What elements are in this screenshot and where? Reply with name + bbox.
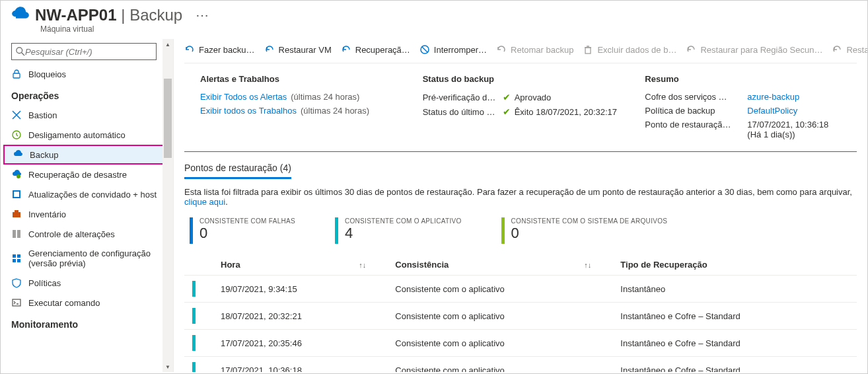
table-row[interactable]: 19/07/2021, 9:34:15 Consistente com o ap… (184, 276, 857, 303)
sidebar-group-operacoes: Operações (1, 84, 173, 105)
overview: Alertas e Trabalhos Exibir Todos os Aler… (184, 63, 857, 152)
sidebar-item-label: Inventário (28, 209, 66, 219)
counter: CONSISTENTE COM O SISTEMA DE ARQUIVOS 0 (501, 217, 668, 244)
click-here-link[interactable]: clique aqui (184, 197, 225, 207)
stop-backup-button[interactable]: Interromper… (419, 44, 487, 55)
cell-hora: 18/07/2021, 20:32:21 (213, 303, 387, 330)
updates-icon (11, 189, 22, 200)
summary-title: Resumo (645, 74, 841, 84)
svg-rect-12 (17, 254, 20, 258)
table-row[interactable]: 18/07/2021, 20:32:21 Consistente com o a… (184, 303, 857, 330)
sidebar-item-label: Backup (30, 150, 58, 160)
sidebar-item-executar[interactable]: Executar comando (1, 293, 173, 313)
last-status-value: Êxito 18/07/2021, 20:32:17 (515, 107, 617, 117)
stop-icon (419, 44, 430, 55)
undo-icon (264, 44, 275, 55)
counter: CONSISTENTE COM O APLICATIVO 4 (335, 217, 462, 244)
sidebar-item-bloqueios[interactable]: Bloqueios (1, 64, 173, 84)
undo-icon (686, 44, 696, 55)
cell-tipo: Instantâneo (612, 276, 857, 303)
scroll-up-icon[interactable]: ▲ (163, 39, 173, 50)
row-bar (192, 362, 196, 372)
tabs: Pontos de restauração (4) (174, 152, 867, 179)
counter-label: CONSISTENTE COM O SISTEMA DE ARQUIVOS (511, 217, 668, 225)
trash-icon (583, 44, 593, 55)
filter-note: Esta lista foi filtrada para exibir os ú… (174, 179, 867, 217)
backup-now-icon (184, 44, 195, 55)
sort-icon: ↑↓ (359, 261, 366, 269)
vm-icon (11, 6, 30, 24)
sidebar-item-label: Gerenciamento de configuração (versão pr… (28, 248, 163, 268)
row-bar (192, 308, 196, 324)
cell-hora: 19/07/2021, 9:34:15 (213, 276, 387, 303)
scroll-thumb[interactable] (164, 79, 172, 158)
counter: CONSISTENTE COM FALHAS 0 (190, 217, 295, 244)
page-subtitle: Máquina virtual (40, 24, 867, 34)
counter-value: 0 (511, 225, 668, 242)
table-row[interactable]: 17/07/2021, 10:36:18 Consistente com o a… (184, 357, 857, 373)
restore-vm-button[interactable]: Restaurar VM (264, 44, 332, 55)
page-title: NW-APP01 (35, 6, 117, 24)
sidebar-item-bastion[interactable]: Bastion (1, 105, 173, 125)
tab-restore-points[interactable]: Pontos de restauração (4) (184, 163, 291, 179)
view-alerts-link[interactable]: Exibir Todos os Alertas (200, 92, 287, 102)
sidebar: « Bloqueios Operações Bastion Desligamen… (1, 39, 174, 372)
view-jobs-link[interactable]: Exibir todos os Trabalhos (200, 106, 297, 116)
page-section: | Backup (117, 6, 183, 24)
sidebar-item-label: Recuperação de desastre (28, 170, 127, 180)
lock-icon (11, 69, 22, 79)
change-icon (11, 229, 22, 239)
row-bar (192, 335, 196, 351)
sidebar-item-recuperacao[interactable]: Recuperação de desastre (1, 165, 173, 184)
svg-point-0 (17, 48, 22, 54)
th-consistencia[interactable]: Consistência↑↓ (387, 254, 612, 276)
table-row[interactable]: 17/07/2021, 20:35:46 Consistente com o a… (184, 330, 857, 357)
inventory-icon (11, 209, 22, 219)
more-actions-icon[interactable]: ⋯ (196, 7, 209, 23)
svg-rect-7 (13, 212, 20, 217)
backup-now-button[interactable]: Fazer backu… (184, 44, 255, 55)
search-input[interactable] (25, 47, 152, 57)
toolbar: Fazer backu… Restaurar VM Recuperaçã… In… (174, 39, 867, 60)
th-tipo[interactable]: Tipo de Recuperação (612, 254, 857, 276)
sidebar-item-backup[interactable]: Backup (3, 145, 170, 165)
svg-line-17 (422, 47, 427, 52)
status-title: Status do backup (423, 74, 619, 84)
th-hora[interactable]: Hora↑↓ (213, 254, 387, 276)
page-header: NW-APP01 | Backup ⋯ (1, 1, 867, 27)
svg-rect-6 (14, 192, 19, 197)
backup-icon (13, 149, 23, 160)
file-recovery-button[interactable]: Recuperaçã… (341, 44, 410, 55)
search-box[interactable] (11, 43, 157, 60)
sidebar-item-controle[interactable]: Controle de alterações (1, 224, 173, 244)
sidebar-item-label: Controle de alterações (28, 229, 115, 239)
cell-tipo: Instantâneo e Cofre – Standard (612, 357, 857, 373)
cell-consistencia: Consistente com o aplicativo (387, 357, 612, 373)
cell-consistencia: Consistente com o aplicativo (387, 303, 612, 330)
counter-bar (190, 217, 193, 244)
counter-label: CONSISTENTE COM O APLICATIVO (345, 217, 462, 225)
sidebar-item-politicas[interactable]: Políticas (1, 273, 173, 293)
counter-value: 4 (345, 225, 462, 242)
sidebar-scrollbar[interactable]: ▲ ▼ (163, 39, 173, 372)
backup-status-col: Status do backup Pré-verificação d… ✔ Ap… (423, 74, 619, 143)
svg-rect-11 (13, 254, 16, 258)
scroll-down-icon[interactable]: ▼ (163, 361, 173, 372)
resume-icon (496, 44, 507, 55)
bastion-icon (11, 110, 22, 120)
undo-icon (341, 44, 351, 55)
sidebar-item-desligamento[interactable]: Desligamento automático (1, 125, 173, 145)
check-icon: ✔ (503, 92, 511, 102)
sidebar-item-label: Executar comando (28, 298, 100, 308)
cell-consistencia: Consistente com o aplicativo (387, 276, 612, 303)
sidebar-item-gerenciamento[interactable]: Gerenciamento de configuração (versão pr… (1, 244, 173, 273)
vault-link[interactable]: azure-backup (747, 92, 841, 102)
sidebar-item-inventario[interactable]: Inventário (1, 204, 173, 224)
restore-button: Restaurar (832, 44, 867, 55)
svg-rect-14 (17, 259, 20, 262)
sidebar-item-atualizacoes[interactable]: Atualizações de convidado + host (1, 184, 173, 204)
command-icon (11, 297, 22, 308)
policy-link[interactable]: DefaultPolicy (747, 106, 841, 116)
cell-tipo: Instantâneo e Cofre – Standard (612, 330, 857, 357)
svg-rect-8 (15, 210, 18, 213)
